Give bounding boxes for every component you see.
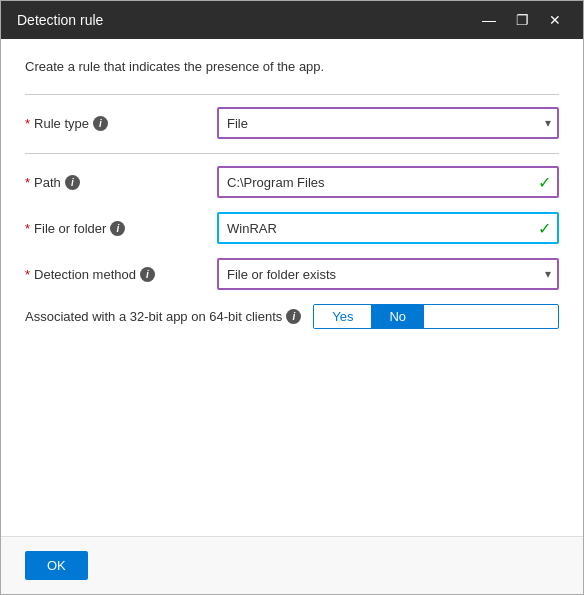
path-input[interactable] (217, 166, 559, 198)
detection-method-select[interactable]: File or folder exists Date modified Date… (217, 258, 559, 290)
associated-32bit-label-text: Associated with a 32-bit app on 64-bit c… (25, 309, 282, 324)
required-star-file: * (25, 221, 30, 236)
associated-32bit-row: Associated with a 32-bit app on 64-bit c… (25, 304, 559, 329)
detection-rule-dialog: Detection rule — ❐ ✕ Create a rule that … (0, 0, 584, 595)
dialog-footer: OK (1, 536, 583, 594)
rule-type-info-icon: i (93, 116, 108, 131)
detection-method-info-icon: i (140, 267, 155, 282)
detection-method-label: * Detection method i (25, 267, 205, 282)
rule-type-label-text: Rule type (34, 116, 89, 131)
rule-type-row: * Rule type i File Registry MSI ▾ (25, 107, 559, 139)
associated-32bit-control: Yes No (313, 304, 559, 329)
minimize-button[interactable]: — (476, 11, 502, 29)
divider-top (25, 94, 559, 95)
no-button[interactable]: No (371, 305, 424, 328)
path-label: * Path i (25, 175, 205, 190)
file-or-folder-info-icon: i (110, 221, 125, 236)
associated-32bit-info-icon: i (286, 309, 301, 324)
title-bar-buttons: — ❐ ✕ (476, 11, 567, 29)
yes-no-toggle: Yes No (313, 304, 559, 329)
required-star-rule-type: * (25, 116, 30, 131)
path-control: ✓ (217, 166, 559, 198)
associated-32bit-label: Associated with a 32-bit app on 64-bit c… (25, 309, 301, 324)
divider-middle (25, 153, 559, 154)
required-star-path: * (25, 175, 30, 190)
required-star-detection: * (25, 267, 30, 282)
title-bar: Detection rule — ❐ ✕ (1, 1, 583, 39)
rule-type-label: * Rule type i (25, 116, 205, 131)
file-or-folder-row: * File or folder i ✓ (25, 212, 559, 244)
detection-method-control: File or folder exists Date modified Date… (217, 258, 559, 290)
close-button[interactable]: ✕ (543, 11, 567, 29)
dialog-body: Create a rule that indicates the presenc… (1, 39, 583, 536)
description-text: Create a rule that indicates the presenc… (25, 59, 559, 74)
file-or-folder-label-text: File or folder (34, 221, 106, 236)
rule-type-select[interactable]: File Registry MSI (217, 107, 559, 139)
path-row: * Path i ✓ (25, 166, 559, 198)
restore-button[interactable]: ❐ (510, 11, 535, 29)
path-label-text: Path (34, 175, 61, 190)
path-info-icon: i (65, 175, 80, 190)
yes-button[interactable]: Yes (314, 305, 371, 328)
rule-type-control: File Registry MSI ▾ (217, 107, 559, 139)
file-or-folder-label: * File or folder i (25, 221, 205, 236)
file-or-folder-input[interactable] (217, 212, 559, 244)
detection-method-row: * Detection method i File or folder exis… (25, 258, 559, 290)
detection-method-label-text: Detection method (34, 267, 136, 282)
ok-button[interactable]: OK (25, 551, 88, 580)
file-or-folder-control: ✓ (217, 212, 559, 244)
dialog-title: Detection rule (17, 12, 103, 28)
